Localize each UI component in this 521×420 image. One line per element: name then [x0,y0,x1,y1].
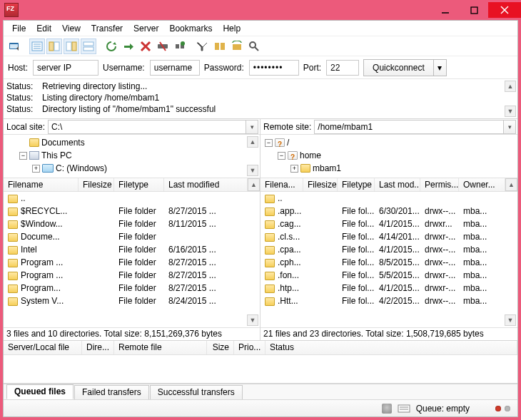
reconnect-icon[interactable] [172,39,188,54]
local-site-combo[interactable]: C:\▾ [48,120,258,134]
filename: .cph... [278,257,301,267]
col-modified[interactable]: Last modified [164,178,248,191]
password-input[interactable] [249,60,299,76]
list-item[interactable]: $Window...File folder8/11/2015 ... [4,217,260,230]
process-queue-icon[interactable] [121,39,136,54]
list-item[interactable]: .cph...File fol...8/5/2015...drwx--...mb… [260,256,517,269]
collapse-icon[interactable]: − [19,152,27,160]
tab-failed-transfers[interactable]: Failed transfers [74,385,149,399]
local-tree[interactable]: ▲ ▼ Documents −This PC +C: (Windows) [4,135,260,178]
username-input[interactable] [150,60,200,76]
cancel-icon[interactable] [138,39,153,54]
tree-node[interactable]: C: (Windows) [56,162,107,175]
scroll-up-icon[interactable]: ▲ [248,178,260,191]
col-filesize[interactable]: Filesize [79,178,114,191]
filter-icon[interactable] [195,39,211,54]
menu-edit[interactable]: Edit [32,23,56,34]
col-filename[interactable]: Filena... [260,178,303,191]
menu-view[interactable]: View [58,23,85,34]
collapse-icon[interactable]: − [278,152,285,160]
scroll-down-icon[interactable]: ▼ [247,165,258,176]
col-remote-file[interactable]: Remote file [114,341,207,354]
col-status[interactable]: Status [265,341,517,354]
folder-icon [265,233,275,242]
col-priority[interactable]: Prio... [234,341,265,354]
tree-node[interactable]: This PC [41,149,72,162]
local-site-label: Local site: [4,122,48,132]
collapse-icon[interactable]: − [265,139,273,147]
tab-successful-transfers[interactable]: Successful transfers [150,385,243,399]
col-permissions[interactable]: Permis... [420,178,459,191]
menu-server[interactable]: Server [129,23,163,34]
local-file-list[interactable]: ..$RECYCL...File folder8/27/2015 ...$Win… [4,192,260,327]
col-server[interactable]: Server/Local file [4,341,82,354]
toggle-remote-tree-icon[interactable] [64,39,79,54]
cell: File folder [114,245,164,255]
scroll-down-icon[interactable]: ▼ [247,314,258,326]
list-item[interactable]: .. [4,192,260,205]
col-direction[interactable]: Dire... [82,341,114,354]
expand-icon[interactable]: + [32,165,40,173]
col-filetype[interactable]: Filetype [114,178,164,191]
list-item[interactable]: Docume...File folder [4,230,260,243]
tree-node[interactable]: home [300,149,321,162]
disconnect-icon[interactable] [155,39,171,54]
list-item[interactable]: $RECYCL...File folder8/27/2015 ... [4,205,260,217]
expand-icon[interactable]: + [290,165,298,173]
chevron-down-icon[interactable]: ▾ [246,121,258,133]
list-item[interactable]: IntelFile folder6/16/2015 ... [4,243,260,256]
menu-file[interactable]: File [8,23,30,34]
menu-bookmarks[interactable]: Bookmarks [165,23,216,34]
quickconnect-button[interactable]: Quickconnect [363,59,434,76]
list-item[interactable]: .htp...File fol...4/1/2015...drwxr-...mb… [260,282,517,294]
list-item[interactable]: Program...File folder8/27/2015 ... [4,282,260,294]
menu-transfer[interactable]: Transfer [87,23,127,34]
col-filetype[interactable]: Filetype [338,178,375,191]
remote-tree[interactable]: −/ −home +mbam1 [260,135,517,178]
list-item[interactable]: .fon...File fol...5/5/2015...drwxr-...mb… [260,269,517,282]
scroll-up-icon[interactable]: ▲ [505,178,517,191]
find-icon[interactable] [246,39,262,54]
chevron-down-icon[interactable]: ▾ [503,121,515,133]
col-filesize[interactable]: Filesize [303,178,338,191]
col-size[interactable]: Size [207,341,234,354]
host-input[interactable] [33,60,98,76]
scroll-up-icon[interactable]: ▲ [505,81,516,92]
list-item[interactable]: .app...File fol...6/30/201...drwx--...mb… [260,205,517,217]
tree-node[interactable]: Documents [41,136,85,149]
scroll-up-icon[interactable]: ▲ [247,136,258,148]
compare-icon[interactable] [212,39,228,54]
folder-icon [8,272,18,280]
quickconnect-dropdown[interactable]: ▾ [434,59,447,76]
list-item[interactable]: .cpa...File fol...4/1/2015...drwx--...mb… [260,243,517,256]
sitemanager-icon[interactable] [6,39,22,54]
list-item[interactable]: .cl.s...File fol...4/14/201...drwxr-...m… [260,230,517,243]
col-owner[interactable]: Owner... [459,178,505,191]
minimize-button[interactable] [431,2,460,18]
col-filename[interactable]: Filename [4,178,79,191]
queue-list[interactable] [4,355,517,383]
remote-file-list[interactable]: ...app...File fol...6/30/201...drwx--...… [260,192,517,327]
toggle-local-tree-icon[interactable] [46,39,62,54]
remote-site-combo[interactable]: /home/mbam1▾ [314,120,516,134]
port-input[interactable] [326,60,359,76]
list-item[interactable]: System V...File folder8/24/2015 ... [4,294,260,307]
list-item[interactable]: Program ...File folder8/27/2015 ... [4,256,260,269]
scroll-down-icon[interactable]: ▼ [505,314,516,326]
tree-node[interactable]: / [287,136,289,149]
col-modified[interactable]: Last mod... [375,178,420,191]
tree-node[interactable]: mbam1 [313,162,341,175]
toggle-queue-icon[interactable] [81,39,96,54]
refresh-icon[interactable] [103,39,119,54]
maximize-button[interactable] [460,2,488,18]
scroll-down-icon[interactable]: ▼ [505,106,516,117]
list-item[interactable]: .. [260,192,517,205]
sync-browse-icon[interactable] [229,39,245,54]
toggle-log-icon[interactable] [29,39,45,54]
list-item[interactable]: .Htt...File fol...4/2/2015...drwx--...mb… [260,294,517,307]
list-item[interactable]: Program ...File folder8/27/2015 ... [4,269,260,282]
close-button[interactable] [488,2,521,18]
list-item[interactable]: .cag...File fol...4/1/2015...drwxr...mba… [260,217,517,230]
tab-queued-files[interactable]: Queued files [6,384,74,399]
menu-help[interactable]: Help [218,23,245,34]
